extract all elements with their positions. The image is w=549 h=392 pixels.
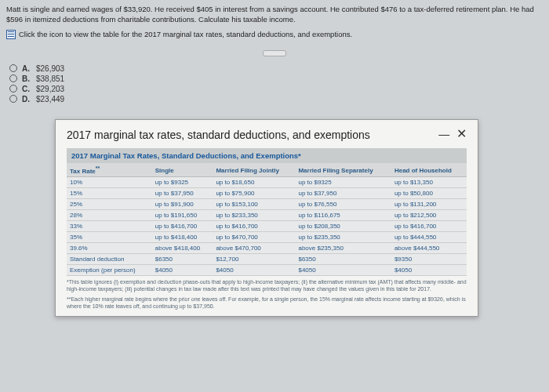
table-cell: up to $416,700 bbox=[391, 221, 467, 232]
table-cell: 33% bbox=[67, 221, 152, 232]
table-cell: $9350 bbox=[391, 254, 467, 265]
table-row: 35%up to $418,400up to $470,700up to $23… bbox=[67, 232, 467, 243]
table-cell: $4050 bbox=[152, 265, 213, 276]
option-d[interactable]: D. $23,449 bbox=[9, 95, 543, 103]
minimize-icon[interactable]: — bbox=[438, 128, 449, 140]
table-row: 25%up to $91,900up to $153,100up to $76,… bbox=[67, 199, 467, 210]
table-cell: up to $91,900 bbox=[152, 199, 213, 210]
table-cell: Exemption (per person) bbox=[67, 265, 152, 276]
table-cell: up to $191,650 bbox=[152, 210, 213, 221]
table-row: 39.6%above $418,400above $470,700above $… bbox=[67, 243, 467, 254]
table-row: 10%up to $9325up to $18,650up to $9325up… bbox=[67, 177, 467, 188]
col-sep: Married Filing Separately bbox=[295, 163, 391, 177]
table-cell: up to $418,400 bbox=[152, 232, 213, 243]
option-c[interactable]: C. $29,203 bbox=[9, 85, 543, 93]
answer-options: A. $26,903 B. $38,851 C. $29,203 D. $23,… bbox=[6, 64, 543, 103]
col-single: Single bbox=[152, 163, 213, 177]
table-cell: Standard deduction bbox=[67, 254, 152, 265]
table-cell: up to $37,950 bbox=[152, 188, 213, 199]
col-joint: Married Filing Jointly bbox=[213, 163, 295, 177]
table-cell: $12,700 bbox=[213, 254, 295, 265]
table-cell: up to $212,500 bbox=[391, 210, 467, 221]
table-row: 33%up to $416,700up to $416,700up to $20… bbox=[67, 221, 467, 232]
table-cell: up to $75,900 bbox=[213, 188, 295, 199]
option-c-value: $29,203 bbox=[36, 85, 64, 93]
table-cell: up to $18,650 bbox=[213, 177, 295, 188]
table-cell: 25% bbox=[67, 199, 152, 210]
table-link-text[interactable]: Click the icon to view the table for the… bbox=[19, 30, 352, 38]
table-cell: up to $153,100 bbox=[213, 199, 295, 210]
table-cell: up to $9325 bbox=[295, 177, 391, 188]
table-cell: up to $9325 bbox=[152, 177, 213, 188]
table-cell: above $444,550 bbox=[391, 243, 467, 254]
option-d-value: $23,449 bbox=[36, 95, 64, 103]
table-cell: 35% bbox=[67, 232, 152, 243]
radio-icon[interactable] bbox=[9, 85, 17, 93]
table-cell: $4050 bbox=[213, 265, 295, 276]
table-cell: up to $233,350 bbox=[213, 210, 295, 221]
table-subhead: 2017 Marginal Tax Rates, Standard Deduct… bbox=[67, 148, 467, 163]
table-cell: $6350 bbox=[295, 254, 391, 265]
table-cell: up to $416,700 bbox=[213, 221, 295, 232]
radio-icon[interactable] bbox=[9, 74, 17, 82]
footnote-2: **Each higher marginal rate begins where… bbox=[67, 296, 467, 310]
page-divider bbox=[263, 50, 286, 56]
modal-title: 2017 marginal tax rates, standard deduct… bbox=[67, 128, 376, 142]
radio-icon[interactable] bbox=[9, 64, 17, 72]
table-cell: above $235,350 bbox=[295, 243, 391, 254]
option-a-value: $26,903 bbox=[36, 64, 64, 73]
table-row: 15%up to $37,950up to $75,900up to $37,9… bbox=[67, 188, 467, 199]
table-cell: 15% bbox=[67, 188, 152, 199]
table-cell: above $470,700 bbox=[213, 243, 295, 254]
table-cell: up to $13,350 bbox=[391, 177, 467, 188]
table-cell: 28% bbox=[67, 210, 152, 221]
table-cell: up to $76,550 bbox=[295, 199, 391, 210]
option-d-label: D. bbox=[22, 95, 30, 103]
tax-rate-table: Tax Rate** Single Married Filing Jointly… bbox=[67, 163, 467, 277]
table-cell: up to $235,350 bbox=[295, 232, 391, 243]
table-cell: up to $116,675 bbox=[295, 210, 391, 221]
close-icon[interactable]: ✕ bbox=[456, 127, 467, 140]
table-cell: $4050 bbox=[295, 265, 391, 276]
table-cell: above $418,400 bbox=[152, 243, 213, 254]
option-b-label: B. bbox=[22, 74, 30, 83]
table-cell: $4050 bbox=[391, 265, 467, 276]
footnote-1: *This table ignores (i) exemption and de… bbox=[67, 279, 467, 293]
table-cell: up to $208,350 bbox=[295, 221, 391, 232]
option-c-label: C. bbox=[22, 85, 30, 93]
option-a[interactable]: A. $26,903 bbox=[9, 64, 543, 73]
table-cell: up to $416,700 bbox=[152, 221, 213, 232]
table-cell: 39.6% bbox=[67, 243, 152, 254]
option-b-value: $38,851 bbox=[36, 74, 64, 83]
col-hoh: Head of Household bbox=[391, 163, 467, 177]
option-b[interactable]: B. $38,851 bbox=[9, 74, 543, 83]
tax-table-modal: 2017 marginal tax rates, standard deduct… bbox=[55, 119, 478, 318]
table-cell: up to $131,200 bbox=[391, 199, 467, 210]
table-row: Standard deduction$6350$12,700$6350$9350 bbox=[67, 254, 467, 265]
table-icon[interactable] bbox=[6, 30, 16, 39]
table-cell: $6350 bbox=[152, 254, 213, 265]
table-cell: 10% bbox=[67, 177, 152, 188]
table-row: 28%up to $191,650up to $233,350up to $11… bbox=[67, 210, 467, 221]
option-a-label: A. bbox=[22, 64, 30, 73]
problem-text: Matt is single and earned wages of $33,9… bbox=[6, 5, 543, 25]
table-cell: up to $444,550 bbox=[391, 232, 467, 243]
table-row: Exemption (per person)$4050$4050$4050$40… bbox=[67, 265, 467, 276]
table-cell: up to $470,700 bbox=[213, 232, 295, 243]
col-rate: Tax Rate** bbox=[67, 163, 152, 177]
radio-icon[interactable] bbox=[9, 95, 17, 103]
table-cell: up to $37,950 bbox=[295, 188, 391, 199]
table-cell: up to $50,800 bbox=[391, 188, 467, 199]
